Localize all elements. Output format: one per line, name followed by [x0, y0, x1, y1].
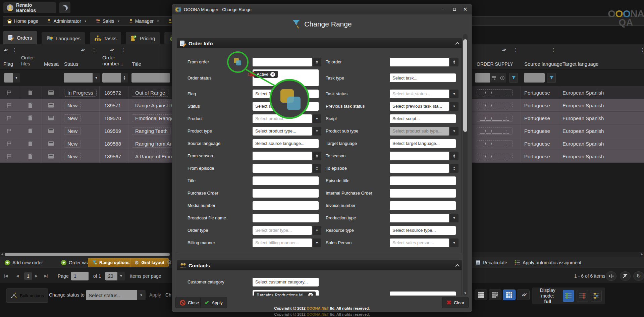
- dropdown-button[interactable]: ▼: [450, 214, 459, 222]
- dropdown-button[interactable]: ▼: [313, 127, 321, 136]
- grid-layout-button[interactable]: ⚙ Grid layout: [130, 258, 169, 267]
- multiselect-input[interactable]: Select flag...: [253, 90, 319, 98]
- status-filter-dropdown[interactable]: ▼: [93, 73, 100, 83]
- message-icon[interactable]: [42, 99, 60, 112]
- column-menu-icon[interactable]: ⋮: [513, 47, 518, 53]
- tab-languages[interactable]: Languages: [42, 32, 85, 44]
- select-input[interactable]: Select previous task sta...: [390, 102, 449, 111]
- source-language-filter-input[interactable]: [524, 73, 545, 83]
- display-mode-mixed-button[interactable]: [591, 290, 602, 302]
- dropdown-button[interactable]: ▼: [450, 239, 459, 247]
- truncated-button[interactable]: Ch: [165, 292, 171, 298]
- dropdown-button[interactable]: ▼: [450, 127, 459, 136]
- select-all-icon[interactable]: ✔✔: [80, 47, 83, 53]
- order-number-filter-input[interactable]: [102, 73, 121, 83]
- source-language-filter-button[interactable]: [547, 73, 556, 83]
- remove-chip-icon[interactable]: ✕: [308, 293, 313, 296]
- number-input[interactable]: [253, 58, 312, 66]
- col-source-language[interactable]: Source language: [524, 61, 562, 67]
- scroll-left-icon[interactable]: ◀: [1, 253, 3, 256]
- stepper-buttons[interactable]: ▲▼: [450, 164, 459, 173]
- number-input[interactable]: [253, 164, 312, 173]
- order-files-icon[interactable]: [19, 124, 42, 137]
- message-icon[interactable]: [42, 124, 60, 137]
- multiselect-input[interactable]: Select target language...: [390, 139, 456, 148]
- nav-sales[interactable]: Sales▼: [96, 18, 120, 24]
- select-input[interactable]: Select billing manner...: [253, 239, 312, 247]
- page-input[interactable]: 1: [71, 268, 89, 283]
- scroll-right-icon[interactable]: ▶: [641, 253, 643, 256]
- order-files-icon[interactable]: [19, 112, 42, 124]
- text-input[interactable]: [390, 189, 456, 198]
- column-menu-icon[interactable]: ⋮: [640, 47, 644, 53]
- number-input[interactable]: [390, 58, 449, 66]
- multiselect-input[interactable]: Select task...: [390, 73, 456, 82]
- stepper-buttons[interactable]: ▲▼: [313, 58, 321, 66]
- dark-mode-toggle[interactable]: [59, 2, 70, 13]
- change-status-dropdown[interactable]: ▼: [137, 290, 146, 300]
- order-number-stepper[interactable]: ▲▼: [121, 73, 128, 83]
- dropdown-button[interactable]: ▼: [313, 226, 321, 235]
- stepper-buttons[interactable]: ▲▼: [450, 152, 459, 160]
- multiselect-input[interactable]: Select script...: [390, 114, 456, 123]
- text-input[interactable]: [390, 292, 456, 296]
- col-status[interactable]: Status: [64, 61, 78, 67]
- select-input[interactable]: [390, 214, 449, 222]
- dropdown-button[interactable]: ▼: [450, 102, 459, 111]
- status-filter-input[interactable]: [64, 73, 93, 83]
- multiselect-input[interactable]: Select source language...: [253, 139, 319, 148]
- flag-icon[interactable]: [0, 150, 19, 163]
- last-page-icon[interactable]: ▶|: [44, 268, 48, 283]
- bulk-actions-button[interactable]: Bulk actions: [6, 288, 48, 303]
- order-files-icon[interactable]: [19, 137, 42, 150]
- nav-administrator[interactable]: Administrator▼: [47, 18, 87, 24]
- order-files-icon[interactable]: [19, 99, 42, 112]
- text-input[interactable]: [253, 214, 319, 222]
- col-order-files[interactable]: Order files: [21, 55, 40, 67]
- tab-tasks[interactable]: Tasks: [90, 32, 121, 44]
- message-icon[interactable]: [42, 137, 60, 150]
- display-mode-full-button[interactable]: [563, 290, 574, 302]
- change-status-select[interactable]: Select status...: [86, 290, 137, 300]
- text-input[interactable]: [253, 189, 319, 198]
- text-input[interactable]: [390, 201, 456, 210]
- order-files-icon[interactable]: [19, 150, 42, 163]
- grid-select-view-button[interactable]: [489, 289, 501, 300]
- column-menu-icon[interactable]: ⋮: [92, 47, 97, 53]
- minimize-button[interactable]: –: [440, 7, 447, 12]
- grid-view-button[interactable]: [475, 289, 487, 300]
- multiselect-input[interactable]: Select status...: [253, 102, 319, 111]
- dropdown-button[interactable]: ▼: [450, 90, 459, 98]
- collapse-icon[interactable]: [455, 264, 460, 268]
- col-target-language[interactable]: Target language: [562, 61, 599, 67]
- order-files-icon[interactable]: [19, 86, 42, 99]
- multiselect-input[interactable]: Select resource type...: [390, 226, 456, 235]
- flag-icon[interactable]: [0, 112, 19, 124]
- col-order-number[interactable]: Order number ↓: [102, 55, 129, 67]
- customer-multiselect[interactable]: Barcelos Productions M...✕: [253, 290, 319, 296]
- first-page-icon[interactable]: |◀: [4, 268, 8, 283]
- order-info-header[interactable]: Order Info: [177, 38, 462, 48]
- remove-filter-badge[interactable]: 1✖: [248, 71, 255, 78]
- nav-home-page[interactable]: Home page: [7, 18, 38, 24]
- select-all-icon[interactable]: ✔✔: [3, 47, 6, 53]
- column-menu-icon[interactable]: ⋮: [12, 47, 17, 53]
- flag-icon[interactable]: [0, 124, 19, 137]
- flag-filter-input[interactable]: [4, 73, 13, 83]
- apply-status-button[interactable]: Apply: [149, 292, 161, 298]
- message-icon[interactable]: [42, 112, 60, 124]
- select-input[interactable]: Select product...: [253, 114, 312, 123]
- scroll-down-icon[interactable]: ▼: [463, 292, 468, 295]
- col-order-supply[interactable]: ORDER SUPPLY: [477, 61, 513, 67]
- user-menu[interactable]: Renato Barcelos: [3, 2, 56, 13]
- fit-columns-button[interactable]: [606, 268, 616, 283]
- dropdown-button[interactable]: ▼: [313, 239, 321, 247]
- collapse-icon[interactable]: [455, 42, 460, 46]
- col-title[interactable]: Title: [132, 61, 141, 67]
- remove-chip-icon[interactable]: ✕: [270, 72, 275, 77]
- refresh-button[interactable]: ↻: [633, 268, 644, 283]
- maximize-button[interactable]: [451, 7, 458, 12]
- multiselect-input[interactable]: Select customer category...: [253, 278, 319, 286]
- apply-automatic-assignment-button[interactable]: Apply automatic assignment: [515, 257, 581, 268]
- title-filter-input[interactable]: [131, 73, 170, 83]
